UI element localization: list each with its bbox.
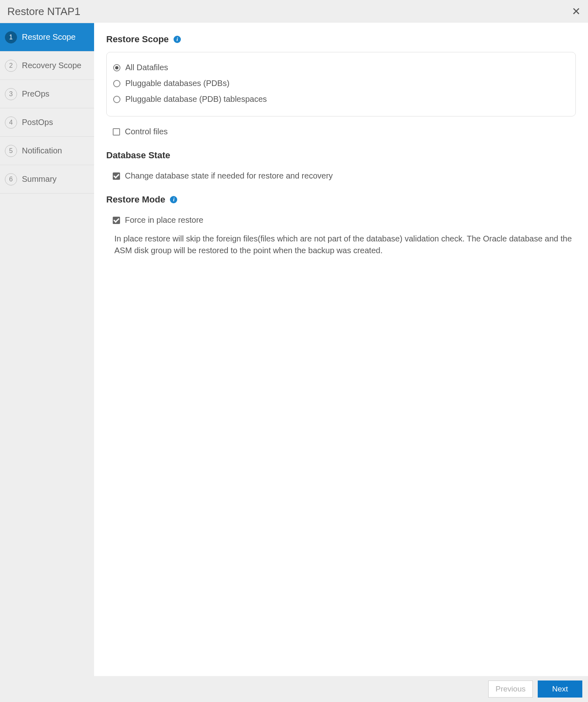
previous-button: Previous [488,680,533,698]
dialog-header: Restore NTAP1 ✕ [0,0,588,23]
step-postops[interactable]: 4 PostOps [0,108,94,137]
step-label: Restore Scope [22,32,75,42]
radio-label: Pluggable database (PDB) tablespaces [125,95,267,104]
checkbox-label: Control files [125,127,168,136]
checkbox-change-state[interactable] [113,172,120,180]
step-label: Notification [22,146,62,155]
dialog-title: Restore NTAP1 [7,5,80,18]
step-number: 6 [5,173,17,185]
step-summary[interactable]: 6 Summary [0,165,94,194]
radio-all-datafiles-row[interactable]: All Datafiles [113,60,569,75]
radio-label: Pluggable databases (PDBs) [125,79,230,88]
checkbox-control-files-row[interactable]: Control files [106,124,576,140]
step-label: Summary [22,174,57,184]
info-icon[interactable]: i [174,36,181,43]
section-title-text: Restore Scope [106,34,169,45]
step-notification[interactable]: 5 Notification [0,137,94,165]
checkbox-force-in-place[interactable] [113,217,120,224]
section-title-restore-mode: Restore Mode i [106,194,576,205]
step-label: Recovery Scope [22,61,82,70]
next-button[interactable]: Next [538,680,582,698]
step-number: 2 [5,60,17,72]
step-number: 1 [5,31,17,43]
close-icon[interactable]: ✕ [572,6,581,17]
restore-scope-box: All Datafiles Pluggable databases (PDBs)… [106,52,576,116]
section-title-restore-scope: Restore Scope i [106,34,576,45]
checkbox-force-in-place-row[interactable]: Force in place restore [106,212,576,228]
section-title-database-state: Database State [106,150,576,161]
dialog-body: 1 Restore Scope 2 Recovery Scope 3 PreOp… [0,23,588,676]
restore-mode-description: In place restore will skip the foreign f… [106,228,576,256]
radio-pdb-tablespaces[interactable] [113,96,120,103]
checkbox-label: Change database state if needed for rest… [125,171,333,181]
step-number: 5 [5,145,17,157]
section-title-text: Restore Mode [106,194,165,205]
step-number: 4 [5,116,17,129]
step-preops[interactable]: 3 PreOps [0,80,94,108]
step-label: PostOps [22,118,53,127]
info-icon[interactable]: i [170,196,177,203]
step-recovery-scope[interactable]: 2 Recovery Scope [0,52,94,80]
radio-pdbs-row[interactable]: Pluggable databases (PDBs) [113,75,569,91]
radio-pdb-tablespaces-row[interactable]: Pluggable database (PDB) tablespaces [113,91,569,107]
checkbox-control-files[interactable] [113,128,120,136]
dialog-footer: Previous Next [0,676,588,702]
checkbox-change-state-row[interactable]: Change database state if needed for rest… [106,168,576,184]
radio-label: All Datafiles [125,63,168,72]
section-title-text: Database State [106,150,170,161]
radio-pdbs[interactable] [113,80,120,87]
step-number: 3 [5,88,17,100]
checkbox-label: Force in place restore [125,215,203,225]
wizard-sidebar: 1 Restore Scope 2 Recovery Scope 3 PreOp… [0,23,94,676]
step-label: PreOps [22,89,49,99]
step-restore-scope[interactable]: 1 Restore Scope [0,23,94,52]
wizard-main: Restore Scope i All Datafiles Pluggable … [94,23,588,676]
radio-all-datafiles[interactable] [113,64,120,71]
